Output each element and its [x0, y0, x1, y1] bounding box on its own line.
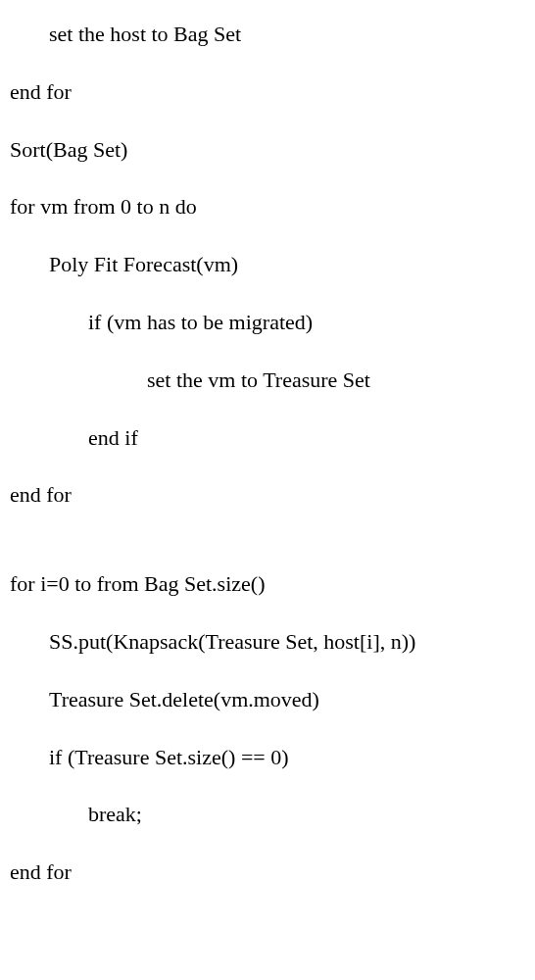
- code-line: Poly Fit Forecast(vm): [10, 250, 525, 280]
- code-line: break;: [10, 800, 525, 830]
- code-line: Sort(Bag Set): [10, 135, 525, 166]
- code-line: end for: [10, 858, 525, 888]
- code-line: if (vm has to be migrated): [10, 308, 525, 338]
- code-line: Treasure Set.delete(vm.moved): [10, 685, 525, 715]
- code-line: for i=0 to from Bag Set.size(): [10, 569, 525, 600]
- code-line: if (Treasure Set.size() == 0): [10, 743, 525, 773]
- code-line: SS.put(Knapsack(Treasure Set, host[i], n…: [10, 627, 525, 658]
- code-line: for vm from 0 to n do: [10, 192, 525, 222]
- code-line: end for: [10, 480, 525, 511]
- code-line: set the host to Bag Set: [10, 20, 525, 50]
- code-line: end for: [10, 77, 525, 108]
- code-line: end if: [10, 423, 525, 454]
- code-line: set the vm to Treasure Set: [10, 366, 525, 396]
